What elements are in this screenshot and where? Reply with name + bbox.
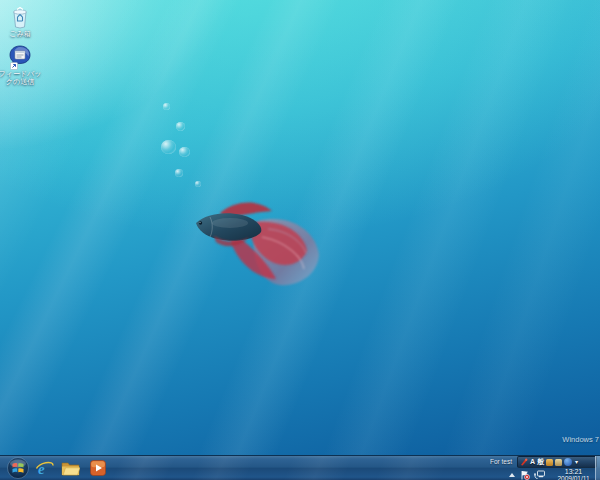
action-center-flag-icon[interactable] bbox=[520, 470, 530, 480]
notification-area: 13:21 2009/01/11 bbox=[505, 468, 596, 480]
start-button[interactable] bbox=[7, 457, 29, 479]
show-desktop-button[interactable] bbox=[595, 456, 600, 480]
ime-pen-icon[interactable] bbox=[520, 458, 528, 466]
bubble bbox=[161, 140, 176, 154]
send-feedback-icon bbox=[8, 45, 32, 70]
betta-fish bbox=[192, 197, 326, 293]
desktop-icon-send-feedback[interactable]: フィードバッ クの送信 bbox=[0, 45, 49, 86]
watermark-line2: For test bbox=[490, 458, 512, 465]
desktop-icon-recycle-bin[interactable]: ごみ箱 bbox=[0, 6, 49, 38]
clock-date: 2009/01/11 bbox=[551, 475, 596, 480]
internet-explorer-icon: e bbox=[35, 459, 54, 478]
windows-logo-icon bbox=[7, 457, 29, 479]
media-player-icon bbox=[90, 460, 106, 476]
bubble bbox=[175, 169, 183, 177]
clock[interactable]: 13:21 2009/01/11 bbox=[551, 468, 596, 480]
ime-toolbox-icon[interactable] bbox=[546, 459, 553, 466]
show-hidden-icons-button[interactable] bbox=[509, 473, 515, 477]
desktop-icon-label: フィードバッ クの送信 bbox=[0, 70, 49, 86]
desktop-icon-label: ごみ箱 bbox=[0, 30, 49, 38]
network-icon[interactable] bbox=[534, 470, 545, 480]
language-bar-options-chevron[interactable]: ▾ bbox=[575, 457, 578, 467]
build-watermark: Windows 7 bbox=[562, 435, 599, 444]
bubble bbox=[176, 122, 185, 131]
ime-input-mode[interactable]: A bbox=[530, 457, 535, 467]
ime-pad-icon[interactable] bbox=[555, 459, 562, 466]
clock-time: 13:21 bbox=[551, 468, 596, 475]
taskbar-item-internet-explorer[interactable]: e bbox=[34, 458, 54, 478]
recycle-bin-icon bbox=[9, 6, 31, 29]
bubble bbox=[179, 147, 190, 157]
taskbar: e For test bbox=[0, 455, 600, 480]
ime-help-icon[interactable] bbox=[564, 458, 572, 466]
folder-icon bbox=[61, 460, 80, 477]
taskbar-item-windows-media-player[interactable] bbox=[89, 459, 107, 477]
ime-conversion-mode[interactable]: 般 bbox=[537, 457, 544, 467]
bubble bbox=[195, 181, 201, 187]
language-bar[interactable]: A 般 ▾ bbox=[517, 456, 597, 468]
desktop-screen: ごみ箱 フィードバッ クの送信 Windows 7 bbox=[0, 0, 600, 480]
watermark-line1: Windows 7 bbox=[562, 435, 599, 444]
bubble bbox=[163, 103, 170, 110]
taskbar-item-windows-explorer[interactable] bbox=[60, 458, 80, 478]
